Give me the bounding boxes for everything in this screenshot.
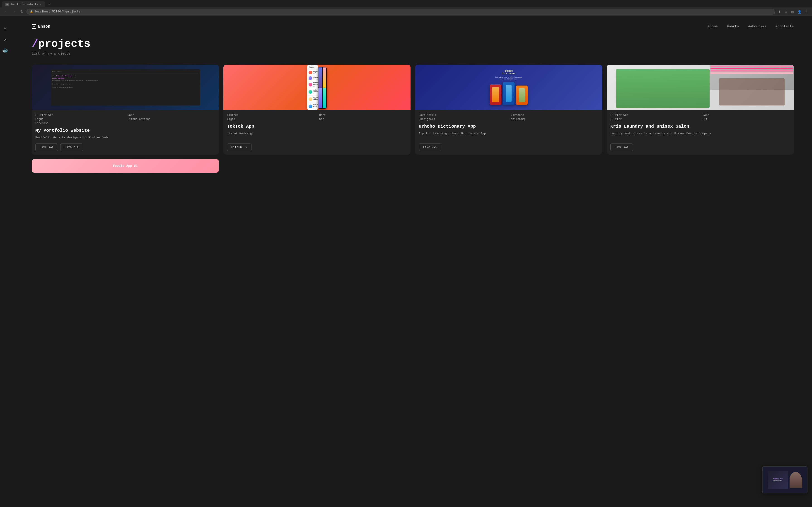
tiktok-avatar-4 (309, 90, 312, 94)
tag-github-actions: Github Actions (128, 118, 215, 121)
mock-content-desc: building and world-changing mobile appli… (52, 80, 198, 82)
project-actions-tiktok: Github > (227, 144, 407, 151)
active-tab[interactable]: 🖥 Portfolio Website ✕ (2, 1, 45, 7)
project-tags-portfolio: Flutter Web Dart Figma Github Actions Fi… (32, 110, 219, 127)
tag-firebase2: Firebase (511, 114, 599, 117)
tiktok-msg-3: 287 (313, 86, 318, 87)
tiktok-message-5: Jenny Wilson … (307, 96, 318, 103)
refresh-button[interactable]: ↻ (19, 9, 25, 14)
thumbnail-person-img (790, 472, 802, 488)
project-name-laundry: Kris Laundry and Unisex Salon (610, 124, 790, 129)
mock-menu-item: Home (52, 71, 55, 73)
thumbnail-screen-mock: Mobile App Developer (768, 471, 788, 489)
tiktok-message-3: Annette Block 287 (307, 81, 318, 88)
menu-button[interactable]: ⋮ (804, 9, 809, 14)
laundry-live-button[interactable]: Live <=> (610, 144, 633, 151)
tab-bar: 🖥 Portfolio Website ✕ + (0, 0, 812, 7)
urhobo-person-3 (517, 87, 527, 104)
nav-home[interactable]: #home (708, 25, 718, 29)
urhobo-subtitle-text: Bringing the urhobo languageto your fing… (495, 76, 522, 80)
project-image-portfolio: Home About is a Mobile App Developer and… (32, 65, 219, 110)
urhobo-phone-1 (490, 84, 501, 105)
urhobo-live-button[interactable]: Live <=> (419, 144, 441, 151)
nav-about[interactable]: #about-me (748, 25, 766, 29)
site-nav: #home #works #about-me #contacts (708, 25, 794, 29)
tiktok-name-4: Wade Warner (313, 89, 318, 93)
urhobo-header-text: URHOBODICTIONARY (502, 70, 515, 75)
project-name-urhobo: Urhobo Dictionary App (419, 124, 599, 129)
tiktok-avatar-5 (309, 97, 312, 101)
projects-grid: Home About is a Mobile App Developer and… (32, 65, 794, 155)
forward-button[interactable]: → (11, 9, 17, 14)
tiktok-msg-1: Hey! (313, 73, 318, 74)
tiktok-github-button[interactable]: Github > (227, 144, 251, 151)
address-bar[interactable]: 🔒 localhost:52040/#/projects (27, 9, 775, 14)
tab-favicon: 🖥 (5, 3, 9, 6)
account-button[interactable]: 👤 (796, 9, 803, 14)
tiktok-avatar-6 (309, 105, 312, 108)
logo: ⊞ Enson (32, 24, 50, 29)
title-slash: / (32, 38, 38, 50)
urhobo-phone-3 (516, 86, 528, 105)
page-title-section: /projects List of my projects (32, 38, 794, 56)
portfolio-github-button[interactable]: Github > (60, 144, 83, 151)
bookmark-button[interactable]: ☆ (783, 9, 789, 14)
urhobo-person-img-3 (519, 88, 525, 102)
tag-figma: Figma (35, 118, 123, 121)
tab-close-button[interactable]: ✕ (40, 3, 42, 6)
tag-flutter-web2: Flutter Web (610, 114, 698, 117)
urhobo-person-img-2 (506, 85, 512, 102)
laundry-person-2 (719, 78, 784, 106)
foodie-preview-partial: Foodie App Ui (32, 159, 219, 173)
portfolio-preview: Home About is a Mobile App Developer and… (32, 65, 219, 110)
tiktok-msg-4: … (313, 93, 318, 94)
new-tab-button[interactable]: + (46, 2, 52, 7)
thumb-line-1: Mobile App (773, 478, 783, 480)
url-text: localhost:52040/#/projects (35, 10, 81, 13)
tab-title: Portfolio Website (10, 3, 38, 6)
shelf-item-1 (711, 66, 793, 67)
tiktok-name-3: Annette Block (313, 82, 318, 86)
page-title: /projects (32, 38, 794, 50)
laundry-photo (607, 65, 794, 110)
urhobo-person-1 (491, 85, 501, 104)
thumb-line-2: Developer (773, 480, 783, 482)
flutter-icon[interactable]: ◁ (1, 36, 9, 44)
thumbnail-content: Mobile App Developer (763, 467, 807, 493)
project-actions-portfolio: Live <=> Github > (35, 144, 215, 151)
tag-mailchimp: Mailchimp (511, 118, 599, 121)
docker-icon[interactable]: 🐳 (1, 47, 9, 54)
project-info-urhobo: Urhobo Dictionary App App for Learning U… (415, 123, 602, 155)
shelf-item-2 (711, 68, 793, 69)
sidebar: ⊙ ◁ 🐳 (0, 23, 10, 57)
portfolio-live-button[interactable]: Live <=> (35, 144, 58, 151)
tiktok-avatar-2 (309, 76, 312, 80)
urhobo-screen-3 (516, 86, 528, 105)
tag-firebase: Firebase (35, 122, 123, 125)
mock-menu-item2: About (57, 71, 61, 73)
foodie-partial-name: Foodie App Ui (113, 164, 138, 168)
tiktok-user-info-1: Angelina Hey! (313, 71, 318, 74)
urhobo-phones-row (490, 82, 528, 105)
github-icon[interactable]: ⊙ (1, 25, 9, 33)
address-lock-icon: 🔒 (30, 10, 33, 13)
project-actions-laundry: Live <=> (610, 144, 790, 151)
nav-works[interactable]: #works (727, 25, 739, 29)
site-header: ⊞ Enson #home #works #about-me #contacts (32, 20, 794, 38)
project-info-portfolio: My Portfolio Website Portfolio Website d… (32, 127, 219, 155)
shelf-item-4 (711, 72, 793, 74)
back-button[interactable]: ← (3, 9, 9, 14)
browser-actions: ⬆ ☆ ⊞ 👤 ⋮ (777, 9, 809, 14)
logo-icon: ⊞ (32, 24, 36, 29)
share-button[interactable]: ⬆ (777, 9, 782, 14)
laundry-preview (607, 65, 794, 110)
tiktok-message-4: Wade Warner … (307, 88, 318, 96)
project-tags-laundry: Flutter Web Dart Flutter Git (607, 110, 794, 123)
extensions-button[interactable]: ⊞ (790, 9, 795, 14)
tiktok-grid-4 (323, 88, 326, 108)
tiktok-preview: Audio Angelina Hey! (223, 65, 411, 110)
nav-bar: ← → ↻ 🔒 localhost:52040/#/projects ⬆ ☆ ⊞… (0, 7, 812, 16)
mock-screen: Home About is a Mobile App Developer and… (51, 69, 200, 106)
main-content: ⊞ Enson #home #works #about-me #contacts… (14, 16, 812, 182)
nav-contacts[interactable]: #contacts (775, 25, 794, 29)
